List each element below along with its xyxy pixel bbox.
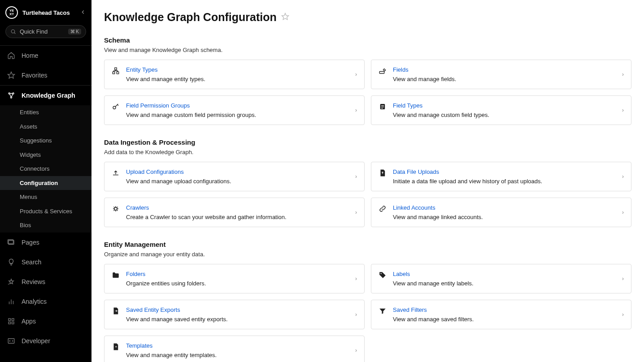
page-title-row: Knowledge Graph Configuration [104,11,631,24]
favorite-toggle-icon[interactable] [281,13,289,22]
subnav-menus[interactable]: Menus [0,190,91,204]
nav-label: Reviews [22,278,45,285]
svg-rect-15 [12,322,14,324]
chevron-right-icon: › [355,209,357,215]
subnav-bios[interactable]: Bios [0,218,91,233]
card-desc: View and manage saved entity exports. [126,316,349,323]
card-desc: View and manage entity types. [126,76,349,82]
card-desc: View and manage custom field permission … [126,112,349,118]
chevron-right-icon: › [622,209,624,215]
subnav-entities[interactable]: Entities [0,105,91,120]
card-title: Saved Filters [393,306,616,313]
card-desc: View and manage entity labels. [393,280,616,287]
card-upload-configurations[interactable]: Upload Configurations View and manage up… [104,162,365,191]
card-entity-types[interactable]: Entity Types View and manage entity type… [104,60,365,89]
svg-line-1 [14,33,15,34]
nav-developer[interactable]: Developer [0,331,91,351]
card-saved-entity-exports[interactable]: Saved Entity Exports View and manage sav… [104,300,365,329]
card-labels[interactable]: Labels View and manage entity labels. › [371,264,631,293]
card-templates[interactable]: Templates View and manage entity templat… [104,336,365,362]
collapse-sidebar-icon[interactable] [80,9,86,17]
subnav-suggestions[interactable]: Suggestions [0,134,91,148]
entity-mgmt-cards: Folders Organize entities using folders.… [104,264,631,362]
svg-point-22 [113,106,116,109]
card-title: Labels [393,271,616,277]
field-types-icon [379,103,387,111]
svg-rect-18 [115,68,117,70]
nav-analytics[interactable]: Analytics [0,292,91,311]
section-title: Schema [104,36,631,44]
code-icon [7,337,15,345]
quick-find[interactable]: Quick Find ⌘ K [5,25,86,38]
sidebar-header: YEXT Turtlehead Tacos [0,0,91,25]
card-desc: View and manage fields. [393,76,616,82]
svg-point-27 [114,207,117,210]
home-icon [7,52,15,60]
card-title: Upload Configurations [126,168,349,175]
card-title: Data File Uploads [393,168,616,175]
card-title: Folders [126,271,349,277]
card-linked-accounts[interactable]: Linked Accounts View and manage linked a… [371,198,631,227]
card-field-types[interactable]: Field Types View and manage custom field… [371,95,631,125]
chevron-right-icon: › [355,311,357,318]
svg-point-28 [381,273,382,274]
lightbulb-icon [7,258,15,266]
card-field-permission-groups[interactable]: Field Permission Groups View and manage … [104,95,365,125]
chevron-right-icon: › [622,107,624,113]
card-desc: View and manage upload configurations. [126,178,349,185]
card-fields[interactable]: Fields View and manage fields. › [371,60,631,89]
card-folders[interactable]: Folders Organize entities using folders.… [104,264,365,293]
card-saved-filters[interactable]: Saved Filters View and manage saved filt… [371,300,631,329]
brand-name: Turtlehead Tacos [22,9,75,16]
svg-point-5 [11,97,12,98]
template-icon [112,343,120,351]
quick-find-shortcut: ⌘ K [68,29,81,34]
chevron-right-icon: › [622,173,624,180]
section-title: Data Ingestion & Processing [104,138,631,146]
svg-point-4 [13,93,14,94]
knowledge-graph-subnav: Entities Assets Suggestions Widgets Conn… [0,105,91,233]
svg-point-3 [9,93,10,94]
section-desc: Add data to the Knowledge Graph. [104,149,631,155]
svg-rect-20 [117,72,119,74]
brand-logo[interactable]: YEXT [5,6,18,19]
card-data-file-uploads[interactable]: Data File Uploads Initiate a data file u… [371,162,631,191]
subnav-products-services[interactable]: Products & Services [0,204,91,219]
nav-label: Analytics [22,298,47,305]
graph-icon [7,91,15,99]
chevron-right-icon: › [355,173,357,180]
main-content: Knowledge Graph Configuration Schema Vie… [91,0,644,362]
svg-marker-17 [282,13,288,19]
nav-knowledge-graph[interactable]: Knowledge Graph [0,86,91,105]
quick-find-placeholder: Quick Find [20,28,65,35]
nav-search[interactable]: Search [0,252,91,272]
chevron-right-icon: › [355,71,357,78]
card-crawlers[interactable]: Crawlers Create a Crawler to scan your w… [104,198,365,227]
svg-rect-16 [8,338,14,343]
card-desc: View and manage entity templates. [126,352,349,358]
nav-label: Search [22,259,41,266]
sidebar: YEXT Turtlehead Tacos Quick Find ⌘ K Hom… [0,0,91,362]
ingestion-cards: Upload Configurations View and manage up… [104,162,631,227]
subnav-widgets[interactable]: Widgets [0,148,91,162]
nav-favorites[interactable]: Favorites [0,65,91,85]
key-icon [112,103,120,111]
subnav-configuration[interactable]: Configuration [0,176,91,190]
nav-apps[interactable]: Apps [0,311,91,331]
nav-label: Favorites [22,72,48,79]
card-title: Entity Types [126,66,349,73]
card-desc: Create a Crawler to scan your website an… [126,214,349,220]
reviews-icon [7,278,15,286]
svg-marker-8 [9,279,14,284]
nav-label: Home [22,52,38,59]
svg-rect-12 [9,319,11,321]
subnav-assets[interactable]: Assets [0,120,91,134]
fields-icon [379,67,387,75]
file-upload-icon [379,169,387,177]
card-desc: View and manage linked accounts. [393,214,616,220]
nav-pages[interactable]: Pages [0,233,91,252]
nav-reviews[interactable]: Reviews [0,272,91,292]
nav-home[interactable]: Home [0,46,91,65]
section-entity-management: Entity Management Organize and manage yo… [104,241,631,362]
subnav-connectors[interactable]: Connectors [0,162,91,176]
